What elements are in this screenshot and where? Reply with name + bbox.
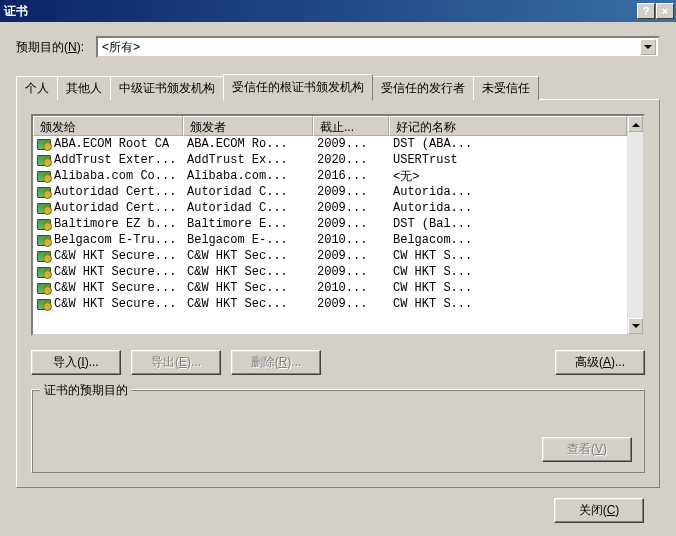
tab[interactable]: 个人 bbox=[16, 76, 58, 100]
col-issued-to[interactable]: 颁发给 bbox=[33, 116, 183, 136]
certificate-icon bbox=[37, 235, 51, 246]
close-button[interactable]: × bbox=[656, 3, 674, 19]
import-button[interactable]: 导入(I)... bbox=[31, 350, 121, 375]
col-expires[interactable]: 截止... bbox=[313, 116, 389, 136]
table-row[interactable]: Autoridad Cert...Autoridad C...2009...Au… bbox=[33, 200, 627, 216]
certificate-icon bbox=[37, 139, 51, 150]
table-row[interactable]: C&W HKT Secure...C&W HKT Sec...2009...CW… bbox=[33, 296, 627, 312]
purpose-select[interactable]: <所有> bbox=[96, 36, 660, 58]
certificate-icon bbox=[37, 251, 51, 262]
certificate-icon bbox=[37, 155, 51, 166]
table-row[interactable]: C&W HKT Secure...C&W HKT Sec...2009...CW… bbox=[33, 248, 627, 264]
advanced-button[interactable]: 高级(A)... bbox=[555, 350, 645, 375]
groupbox-title: 证书的预期目的 bbox=[40, 382, 132, 399]
tab-strip: 个人其他人中级证书颁发机构受信任的根证书颁发机构受信任的发行者未受信任 bbox=[16, 72, 660, 99]
tab[interactable]: 受信任的根证书颁发机构 bbox=[223, 74, 373, 101]
certificate-icon bbox=[37, 187, 51, 198]
certificate-icon bbox=[37, 267, 51, 278]
col-issuer[interactable]: 颁发者 bbox=[183, 116, 313, 136]
help-button[interactable]: ? bbox=[637, 3, 655, 19]
col-friendly-name[interactable]: 好记的名称 bbox=[389, 116, 627, 136]
purpose-select-value: <所有> bbox=[102, 39, 640, 56]
certificate-icon bbox=[37, 171, 51, 182]
table-row[interactable]: C&W HKT Secure...C&W HKT Sec...2009...CW… bbox=[33, 264, 627, 280]
delete-button[interactable]: 删除(R)... bbox=[231, 350, 321, 375]
scrollbar[interactable] bbox=[627, 116, 643, 334]
certificate-icon bbox=[37, 203, 51, 214]
scroll-up-icon[interactable] bbox=[628, 116, 643, 132]
certificate-icon bbox=[37, 219, 51, 230]
certificate-icon bbox=[37, 283, 51, 294]
table-row[interactable]: Baltimore EZ b...Baltimore E...2009...DS… bbox=[33, 216, 627, 232]
purpose-groupbox: 证书的预期目的 查看(V) bbox=[31, 389, 645, 473]
cert-listview[interactable]: 颁发给 颁发者 截止... 好记的名称 ABA.ECOM Root CAABA.… bbox=[31, 114, 645, 336]
table-row[interactable]: C&W HKT Secure...C&W HKT Sec...2010...CW… bbox=[33, 280, 627, 296]
titlebar: 证书 ? × bbox=[0, 0, 676, 22]
table-row[interactable]: Autoridad Cert...Autoridad C...2009...Au… bbox=[33, 184, 627, 200]
close-dialog-button[interactable]: 关闭(C) bbox=[554, 498, 644, 523]
table-row[interactable]: ABA.ECOM Root CAABA.ECOM Ro...2009...DST… bbox=[33, 136, 627, 152]
chevron-down-icon[interactable] bbox=[640, 39, 656, 55]
listview-header: 颁发给 颁发者 截止... 好记的名称 bbox=[33, 116, 627, 136]
view-button[interactable]: 查看(V) bbox=[542, 437, 632, 462]
table-row[interactable]: Alibaba.com Co...Alibaba.com...2016...<无… bbox=[33, 168, 627, 184]
export-button[interactable]: 导出(E)... bbox=[131, 350, 221, 375]
tab[interactable]: 受信任的发行者 bbox=[372, 76, 474, 100]
tab-panel: 颁发给 颁发者 截止... 好记的名称 ABA.ECOM Root CAABA.… bbox=[16, 99, 660, 488]
purpose-label: 预期目的(N): bbox=[16, 39, 84, 56]
tab[interactable]: 未受信任 bbox=[473, 76, 539, 100]
tab[interactable]: 中级证书颁发机构 bbox=[110, 76, 224, 100]
table-row[interactable]: AddTrust Exter...AddTrust Ex...2020...US… bbox=[33, 152, 627, 168]
window-title: 证书 bbox=[4, 3, 637, 20]
tab[interactable]: 其他人 bbox=[57, 76, 111, 100]
listview-rows: ABA.ECOM Root CAABA.ECOM Ro...2009...DST… bbox=[33, 136, 627, 312]
scroll-down-icon[interactable] bbox=[628, 318, 643, 334]
certificate-icon bbox=[37, 299, 51, 310]
table-row[interactable]: Belgacom E-Tru...Belgacom E-...2010...Be… bbox=[33, 232, 627, 248]
scroll-track[interactable] bbox=[628, 132, 643, 318]
